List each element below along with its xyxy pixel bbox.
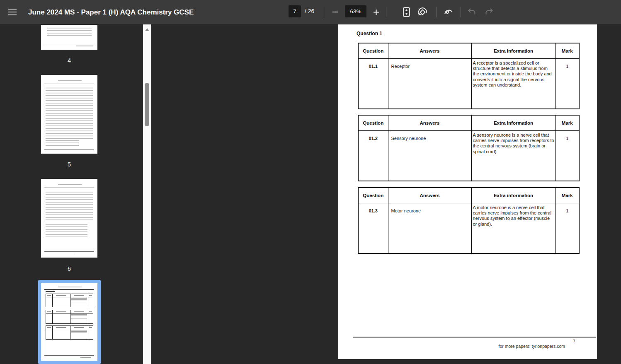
zoom-in-button[interactable]	[369, 5, 383, 19]
column-header-mark: Mark	[556, 43, 579, 58]
fit-to-page-icon	[403, 7, 410, 17]
footer-note: for more papers: tyrionpapers.com	[499, 344, 565, 349]
mini-table	[46, 294, 93, 307]
scrollbar-thumb[interactable]	[145, 83, 149, 126]
hamburger-icon	[8, 9, 17, 10]
table-header-row: Question Answers Extra information Mark	[358, 115, 579, 130]
column-header-extra: Extra information	[471, 43, 556, 58]
redo-icon	[484, 7, 494, 17]
thumbnail-page-label[interactable]: 6	[41, 265, 97, 272]
question-number-cell: 01.1	[358, 58, 388, 109]
question-number-cell: 01.2	[358, 130, 388, 181]
document-title: June 2024 MS - Paper 1 (H) AQA Chemistry…	[28, 0, 194, 24]
toolbar-divider	[324, 7, 324, 17]
redo-button[interactable]	[482, 5, 495, 19]
mini-table	[46, 310, 93, 324]
draw-button[interactable]	[442, 5, 456, 19]
column-header-answers: Answers	[388, 43, 471, 58]
draw-icon	[444, 7, 454, 17]
pdf-page: Question 1 Question Answers Extra inform…	[338, 24, 597, 359]
page-thumbnail-4[interactable]	[41, 25, 97, 50]
toolbar-divider	[386, 7, 386, 17]
mark-scheme-table-3: Question Answers Extra information Mark …	[358, 187, 580, 254]
page-number-text: 7	[573, 339, 575, 344]
answer-cell: Receptor	[388, 58, 471, 109]
zoom-level-display[interactable]: 63%	[345, 5, 366, 17]
question-heading: Question 1	[357, 31, 382, 36]
minus-icon	[332, 12, 338, 12]
table-row: 01.3 Motor neurone A motor neurone is a …	[358, 203, 579, 253]
thumbnail-panel: 4 5 6	[0, 24, 151, 364]
column-header-answers: Answers	[388, 188, 471, 203]
mark-cell: 1	[556, 58, 579, 109]
table-header-row: Question Answers Extra information Mark	[358, 188, 579, 203]
scroll-up-arrow-icon[interactable]	[145, 28, 149, 31]
thumbnail-scrollbar[interactable]	[143, 24, 151, 364]
column-header-extra: Extra information	[471, 115, 556, 130]
page-thumbnail-5[interactable]	[41, 75, 97, 154]
column-header-mark: Mark	[556, 115, 579, 130]
undo-button[interactable]	[466, 5, 479, 19]
plus-icon	[373, 9, 379, 15]
fit-to-page-button[interactable]	[400, 5, 413, 19]
column-header-question: Question	[358, 188, 388, 203]
answer-cell: Sensory neurone	[388, 130, 471, 181]
column-header-question: Question	[358, 43, 388, 58]
extra-information-cell: A sensory neurone is a nerve cell that c…	[471, 130, 556, 181]
thumbnail-page-label[interactable]: 5	[41, 161, 97, 168]
page-number-input[interactable]	[289, 5, 301, 17]
table-header-row: Question Answers Extra information Mark	[358, 43, 579, 58]
column-header-extra: Extra information	[471, 188, 556, 203]
thumbnail-page-label[interactable]: 4	[41, 57, 97, 64]
table-row: 01.2 Sensory neurone A sensory neurone i…	[358, 130, 579, 181]
toolbar-divider	[461, 7, 461, 17]
zoom-out-button[interactable]	[328, 5, 342, 19]
extra-information-cell: A receptor is a specialized cell or stru…	[471, 58, 556, 109]
page-thumbnail-7	[41, 283, 97, 361]
column-header-question: Question	[358, 115, 388, 130]
footer-divider	[353, 337, 596, 337]
column-header-mark: Mark	[556, 188, 579, 203]
mark-cell: 1	[556, 203, 579, 253]
rotate-icon	[417, 7, 428, 17]
mark-scheme-table-2: Question Answers Extra information Mark …	[358, 115, 580, 181]
app-toolbar: June 2024 MS - Paper 1 (H) AQA Chemistry…	[0, 0, 621, 24]
undo-icon	[467, 7, 477, 17]
mark-cell: 1	[556, 130, 579, 181]
mini-table	[46, 325, 93, 340]
page-count-label: / 26	[305, 5, 314, 17]
question-number-cell: 01.3	[358, 203, 388, 253]
extra-information-cell: A motor neurone is a nerve cell that car…	[471, 203, 556, 253]
menu-button[interactable]	[6, 5, 19, 19]
rotate-button[interactable]	[416, 5, 429, 19]
column-header-answers: Answers	[388, 115, 471, 130]
table-row: 01.1 Receptor A receptor is a specialize…	[358, 58, 579, 109]
page-thumbnail-6[interactable]	[41, 179, 97, 258]
answer-cell: Motor neurone	[388, 203, 471, 253]
mark-scheme-table-1: Question Answers Extra information Mark …	[358, 43, 580, 109]
toolbar-divider	[437, 7, 437, 17]
page-thumbnail-7-selected[interactable]	[38, 280, 101, 364]
